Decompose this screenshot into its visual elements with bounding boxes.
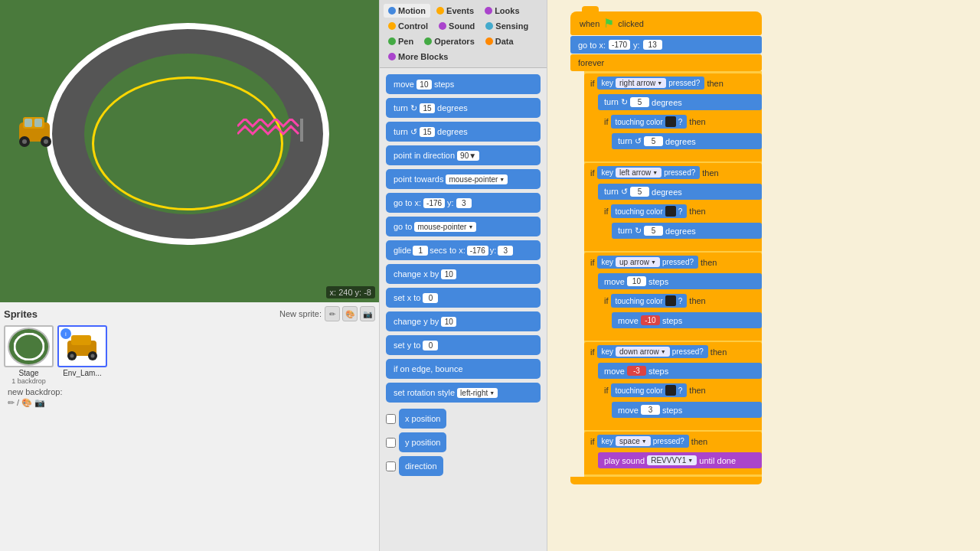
turn-ccw-5-input-2[interactable]: 5 [630,187,649,197]
change-y-input[interactable]: 10 [441,317,456,327]
rotation-style-dropdown[interactable]: left-right [457,388,498,398]
turn-cw-5-input[interactable]: 5 [630,97,649,107]
key-sensing-block-1[interactable]: key right arrow pressed? [597,77,705,90]
color-swatch-1[interactable] [665,116,676,127]
camera-backdrop-btn[interactable]: 📷 [34,398,45,408]
move-neg3-block[interactable]: move -3 steps [598,363,762,379]
move-3-block[interactable]: move 3 steps [612,402,762,418]
category-motion[interactable]: Motion [384,4,430,18]
upload-backdrop-btn[interactable]: 🎨 [21,398,32,408]
if-touching-header-1[interactable]: if touching color ? then [598,112,762,132]
category-control[interactable]: Control [384,19,433,33]
category-more-blocks[interactable]: More Blocks [384,50,452,64]
if-space-header[interactable]: if key space pressed? then [584,432,762,451]
block-direction[interactable]: direction [399,456,443,476]
sprite-item-stage[interactable]: Stage 1 backdrop [4,325,54,385]
scripts-area[interactable]: when ⚑ clicked go to x: -170 y: 13 [547,0,980,551]
turn-ccw-5-block[interactable]: turn ↺ 5 degrees [612,133,762,149]
color-swatch-3[interactable] [665,295,676,306]
glide-secs-input[interactable]: 1 [413,246,428,256]
block-glide[interactable]: glide 1 secs to x: -176 y: 3 [386,240,541,260]
block-turn-cw[interactable]: turn ↻ 15 degrees [386,98,541,118]
turn-cw-5-input-2[interactable]: 5 [644,226,663,236]
turn-cw-5-block-2[interactable]: turn ↻ 5 degrees [612,223,762,239]
block-change-x[interactable]: change x by 10 [386,264,541,284]
block-change-y[interactable]: change y by 10 [386,311,541,331]
left-arrow-dropdown[interactable]: left arrow [616,168,662,178]
if-down-header[interactable]: if key down arrow pressed? then [584,342,762,361]
move-10-input[interactable]: 10 [627,276,646,286]
block-go-to-xy[interactable]: go to x: -176 y: 3 [386,193,541,213]
block-go-to[interactable]: go to mouse-pointer [386,217,541,236]
move-neg10-block[interactable]: move -10 steps [612,312,762,328]
set-y-input[interactable]: 0 [423,341,438,350]
move-neg3-input[interactable]: -3 [627,366,646,376]
camera-sprite-btn[interactable]: 📷 [360,306,375,321]
category-looks[interactable]: Looks [480,4,524,18]
y-position-checkbox[interactable] [386,438,396,448]
block-set-rotation[interactable]: set rotation style left-right [386,383,541,403]
turn-ccw-5-input[interactable]: 5 [644,136,663,146]
glide-x-input[interactable]: -176 [467,246,488,256]
go-to-y-input[interactable]: 3 [456,198,472,208]
down-arrow-dropdown[interactable]: down arrow [616,347,670,357]
category-sensing[interactable]: Sensing [481,19,533,33]
block-x-position[interactable]: x position [399,409,446,429]
key-sensing-block-3[interactable]: key up arrow pressed? [597,256,699,269]
if-touching-header-4[interactable]: if touching color ? then [598,380,762,400]
color-swatch-2[interactable] [665,206,676,217]
go-to-dropdown[interactable]: mouse-pointer [414,222,476,232]
move-10-block[interactable]: move 10 steps [598,273,762,289]
color-swatch-4[interactable] [665,385,676,396]
block-point-direction[interactable]: point in direction 90▼ [386,145,541,165]
if-left-header[interactable]: if key left arrow pressed? then [584,163,762,182]
if-touching-header-3[interactable]: if touching color ? then [598,291,762,311]
space-dropdown[interactable]: space [616,436,651,446]
touching-color-block-4[interactable]: touching color ? [611,383,688,397]
glide-y-input[interactable]: 3 [498,246,513,256]
x-position-checkbox[interactable] [386,414,396,424]
paint-sprite-btn[interactable]: ✏ [325,306,340,321]
move-steps-input[interactable]: 10 [416,80,432,90]
block-turn-ccw[interactable]: turn ↺ 15 degrees [386,122,541,142]
direction-checkbox[interactable] [386,461,396,471]
up-arrow-dropdown[interactable]: up arrow [616,257,660,267]
block-set-x[interactable]: set x to 0 [386,288,541,308]
turn-cw-5-block[interactable]: turn ↻ 5 degrees [598,94,762,110]
right-arrow-dropdown[interactable]: right arrow [616,78,666,88]
goto-x-val[interactable]: -170 [609,40,630,50]
category-sound[interactable]: Sound [434,19,479,33]
turn-ccw-input[interactable]: 15 [420,127,435,137]
block-set-y[interactable]: set y to 0 [386,335,541,355]
move-3-input[interactable]: 3 [641,405,660,415]
block-y-position[interactable]: y position [399,432,446,452]
change-x-input[interactable]: 10 [441,269,456,279]
sprite-info-btn[interactable]: i [60,328,71,339]
set-x-input[interactable]: 0 [423,293,438,303]
point-towards-dropdown[interactable]: mouse-pointer [446,174,508,184]
point-dir-input[interactable]: 90▼ [457,151,479,161]
go-to-x-input[interactable]: -176 [423,198,445,208]
if-right-header[interactable]: if key right arrow pressed? then [584,73,762,93]
sound-name-dropdown[interactable]: REVVVY1 [647,455,697,465]
category-pen[interactable]: Pen [384,34,418,48]
key-sensing-block-4[interactable]: key down arrow pressed? [597,345,708,358]
sprite-item-car[interactable]: i Env_Lam... [57,325,107,385]
upload-sprite-btn[interactable]: 🎨 [342,306,358,321]
goto-y-val[interactable]: 13 [643,40,662,50]
turn-cw-input[interactable]: 15 [420,103,435,113]
key-sensing-block-2[interactable]: key left arrow pressed? [597,166,701,179]
hat-block[interactable]: when ⚑ clicked [570,11,762,35]
touching-color-block-2[interactable]: touching color ? [611,204,688,218]
block-if-on-edge[interactable]: if on edge, bounce [386,359,541,379]
play-sound-block[interactable]: play sound REVVVY1 until done [598,452,762,468]
category-operators[interactable]: Operators [420,34,479,48]
block-move-steps[interactable]: move 10 steps [386,74,541,94]
block-point-towards[interactable]: point towards mouse-pointer [386,169,541,189]
move-neg10-input[interactable]: -10 [641,315,660,325]
turn-ccw-5-block-2[interactable]: turn ↺ 5 degrees [598,184,762,200]
touching-color-block-1[interactable]: touching color ? [611,115,688,129]
category-data[interactable]: Data [481,34,518,48]
if-touching-header-2[interactable]: if touching color ? then [598,201,762,221]
category-events[interactable]: Events [432,4,479,18]
